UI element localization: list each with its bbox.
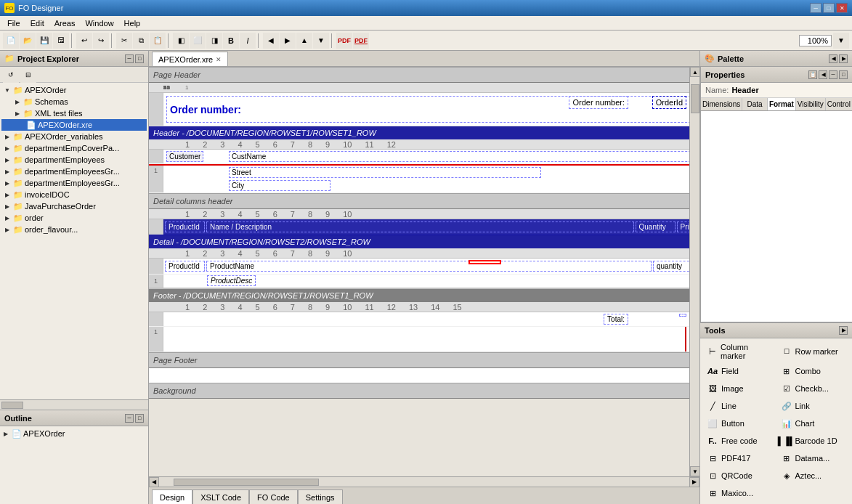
tab-settings[interactable]: Settings xyxy=(298,489,343,504)
align-left-button[interactable]: ◧ xyxy=(173,33,189,49)
tree-item-xmltest[interactable]: ▶ 📁 XML test files xyxy=(1,107,147,119)
tab-design[interactable]: Design xyxy=(152,489,192,504)
tool-row-marker[interactable]: ☐ Row marker xyxy=(777,341,850,362)
align-right-button[interactable]: ◨ xyxy=(206,33,222,49)
menu-window[interactable]: Window xyxy=(81,18,118,28)
pdf-button1[interactable]: PDF xyxy=(336,33,352,49)
tool-line[interactable]: ╱ Line xyxy=(703,398,776,414)
props-close-button[interactable]: □ xyxy=(839,70,848,79)
new-button[interactable]: 📄 xyxy=(3,33,19,49)
zoom-dropdown-button[interactable]: ▼ xyxy=(833,33,849,49)
move-up-button[interactable]: ▲ xyxy=(296,33,312,49)
copy-button[interactable]: ⧉ xyxy=(133,33,149,49)
tree-item-java[interactable]: ▶ 📁 JavaPurchaseOrder xyxy=(1,200,147,212)
zoom-value[interactable]: 100% xyxy=(799,35,832,46)
tool-label: Checkb... xyxy=(795,384,829,393)
panel-minimize-button[interactable]: ─ xyxy=(125,54,134,63)
panel-maximize-button[interactable]: □ xyxy=(135,54,144,63)
props-tab-control[interactable]: Control xyxy=(826,98,852,110)
editor-tab-apexorder[interactable]: APEXOrder.xre ✕ xyxy=(152,52,228,66)
tree-item-order-flavour[interactable]: ▶ 📁 order_flavour... xyxy=(1,224,147,235)
editor-tab-close-button[interactable]: ✕ xyxy=(216,56,222,63)
menu-areas[interactable]: Areas xyxy=(50,18,80,28)
tab-xslt[interactable]: XSLT Code xyxy=(192,489,249,504)
hscroll-left-button[interactable]: ◀ xyxy=(149,477,159,487)
tool-freecode[interactable]: F.. Free code xyxy=(703,433,776,449)
tools-btn[interactable]: ▶ xyxy=(839,326,848,335)
tool-barcode1d[interactable]: ▌▐▌ Barcode 1D xyxy=(777,433,850,449)
tool-maxico[interactable]: ⊞ Maxico... xyxy=(703,485,776,501)
editor-main[interactable]: Page Header 1 2 3 4 5 6 7 8 9 10 11 xyxy=(149,67,689,476)
outline-maximize-button[interactable]: □ xyxy=(135,414,144,423)
tree-item-schemas[interactable]: ▶ 📁 Schemas xyxy=(1,96,147,107)
undo-button[interactable]: ↩ xyxy=(76,33,92,49)
vscroll-down-button[interactable]: ▼ xyxy=(690,466,699,476)
tool-button[interactable]: ⬜ Button xyxy=(703,415,776,431)
tool-qrcode[interactable]: ⊡ QRCode xyxy=(703,468,776,484)
tab-fo[interactable]: FO Code xyxy=(249,489,298,504)
tool-aztec[interactable]: ◈ Aztec... xyxy=(777,468,850,484)
hscroll-right-button[interactable]: ▶ xyxy=(689,477,699,487)
props-minimize-button[interactable]: ◀ xyxy=(819,70,827,79)
editor-hscroll[interactable]: ◀ ▶ xyxy=(149,476,699,487)
tool-pdf417[interactable]: ⊟ PDF417 xyxy=(703,450,776,466)
tool-link[interactable]: 🔗 Link xyxy=(777,398,850,414)
paste-button[interactable]: 📋 xyxy=(150,33,166,49)
move-right-button[interactable]: ▶ xyxy=(280,33,296,49)
tool-datamatrix[interactable]: ⊞ Datama... xyxy=(777,450,850,466)
cut-button[interactable]: ✂ xyxy=(116,33,132,49)
tree-item-order[interactable]: ▶ 📁 order xyxy=(1,212,147,224)
pdf-button2[interactable]: PDF xyxy=(353,33,369,49)
tool-combo[interactable]: ⊞ Combo xyxy=(777,363,850,379)
close-button[interactable]: ✕ xyxy=(836,3,848,13)
tree-item-dept4[interactable]: ▶ 📁 departmentEmployeesGr... xyxy=(1,177,147,189)
project-collapse-button[interactable]: ⊟ xyxy=(20,67,36,83)
tool-field[interactable]: Aa Field xyxy=(703,363,776,379)
outline-item-apexorder[interactable]: ▶ 📄 APEXOrder xyxy=(1,428,147,439)
props-btn1[interactable]: 📋 xyxy=(808,70,817,79)
menu-edit[interactable]: Edit xyxy=(26,18,49,28)
vscroll-thumb[interactable] xyxy=(691,84,699,113)
tree-item-dept3[interactable]: ▶ 📁 departmentEmployeesGr... xyxy=(1,166,147,177)
palette-btn2[interactable]: ▶ xyxy=(839,54,848,63)
props-tab-visibility[interactable]: Visibility xyxy=(796,98,826,110)
tool-chart[interactable]: 📊 Chart xyxy=(777,415,850,431)
open-button[interactable]: 📂 xyxy=(20,33,36,49)
outline-minimize-button[interactable]: ─ xyxy=(125,414,134,423)
menu-help[interactable]: Help xyxy=(120,18,145,28)
tree-item-apexorder[interactable]: ▼ 📁 APEXOrder xyxy=(1,84,147,96)
project-hscroll[interactable] xyxy=(0,399,148,410)
ruler-mark: 10 xyxy=(343,249,352,258)
tree-item-invoice[interactable]: ▶ 📁 invoiceIDOC xyxy=(1,189,147,200)
hscroll-thumb[interactable] xyxy=(174,479,319,486)
move-down-button[interactable]: ▼ xyxy=(313,33,329,49)
align-center-button[interactable]: ⬜ xyxy=(190,33,206,49)
tree-item-dept1[interactable]: ▶ 📁 departmentEmpCoverPa... xyxy=(1,142,147,154)
props-tab-dimensions[interactable]: Dimensions xyxy=(701,98,742,110)
menu-file[interactable]: File xyxy=(3,18,25,28)
hscroll-thumb[interactable] xyxy=(1,402,23,409)
redo-button[interactable]: ↪ xyxy=(93,33,109,49)
save-button[interactable]: 💾 xyxy=(36,33,52,49)
tree-item-apexorderxre[interactable]: 📄 APEXOrder.xre xyxy=(1,119,147,131)
bold-button[interactable]: B xyxy=(223,33,239,49)
editor-vscroll[interactable]: ▲ ▼ xyxy=(689,67,699,476)
props-tab-format[interactable]: Format xyxy=(768,98,796,110)
tool-checkbox[interactable]: ☑ Checkb... xyxy=(777,381,850,397)
props-maximize-button[interactable]: ─ xyxy=(829,70,837,79)
tree-item-apexorder-vars[interactable]: ▶ 📁 APEXOrder_variables xyxy=(1,131,147,142)
tool-image[interactable]: 🖼 Image xyxy=(703,381,776,397)
palette-btn1[interactable]: ◀ xyxy=(829,54,837,63)
project-refresh-button[interactable]: ↺ xyxy=(3,67,19,83)
tree-item-dept2[interactable]: ▶ 📁 departmentEmployees xyxy=(1,154,147,166)
vscroll-up-button[interactable]: ▲ xyxy=(690,67,699,77)
minimize-button[interactable]: ─ xyxy=(810,3,821,13)
maximize-button[interactable]: □ xyxy=(823,3,835,13)
save-all-button[interactable]: 🖫 xyxy=(53,33,69,49)
move-left-button[interactable]: ◀ xyxy=(263,33,279,49)
italic-button[interactable]: I xyxy=(240,33,256,49)
tool-column-marker[interactable]: ⊢ Column marker xyxy=(703,341,776,362)
sep4 xyxy=(258,33,261,48)
props-tab-data[interactable]: Data xyxy=(742,98,768,110)
ruler-mark: 6 xyxy=(273,140,277,149)
